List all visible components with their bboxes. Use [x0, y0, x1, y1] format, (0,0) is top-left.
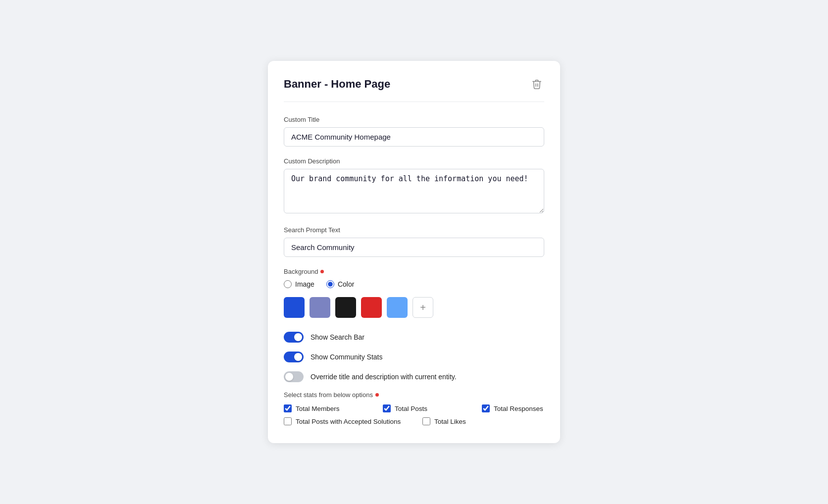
plus-icon: +: [420, 302, 426, 313]
toggle-slider-search: [284, 332, 304, 343]
search-prompt-group: Search Prompt Text: [284, 226, 544, 257]
bg-color-option[interactable]: Color: [326, 280, 354, 288]
background-group: Background Image Color +: [284, 268, 544, 318]
add-color-button[interactable]: +: [413, 297, 433, 318]
total-posts-checkbox[interactable]: [383, 404, 391, 412]
stats-row-1: Total Members Total Posts Total Response…: [284, 404, 544, 412]
bg-image-radio[interactable]: [284, 280, 292, 288]
total-likes-option[interactable]: Total Likes: [422, 417, 521, 425]
background-radio-group: Image Color: [284, 280, 544, 288]
bg-image-label: Image: [295, 280, 314, 288]
total-responses-option[interactable]: Total Responses: [482, 404, 581, 412]
stats-section: Select stats from below options Total Me…: [284, 391, 544, 425]
search-prompt-input[interactable]: [284, 238, 544, 257]
bg-color-label: Color: [338, 280, 354, 288]
trash-icon: [531, 79, 542, 90]
banner-home-page-card: Banner - Home Page Custom Title Custom D…: [268, 61, 560, 443]
delete-button[interactable]: [529, 77, 544, 92]
total-posts-label: Total Posts: [395, 405, 427, 412]
toggle-slider-override: [284, 371, 304, 382]
swatch-sky-blue[interactable]: [387, 297, 408, 318]
total-posts-option[interactable]: Total Posts: [383, 404, 482, 412]
show-community-stats-toggle[interactable]: [284, 352, 304, 362]
custom-title-label: Custom Title: [284, 116, 544, 123]
stats-required-indicator: [375, 393, 379, 397]
required-indicator: [320, 270, 324, 273]
swatch-slate-blue[interactable]: [310, 297, 330, 318]
total-accepted-solutions-label: Total Posts with Accepted Solutions: [296, 418, 401, 425]
card-header: Banner - Home Page: [284, 77, 544, 102]
custom-description-label: Custom Description: [284, 157, 544, 165]
stats-options-grid: Total Members Total Posts Total Response…: [284, 404, 544, 425]
show-search-bar-label: Show Search Bar: [310, 333, 364, 341]
color-swatches-container: +: [284, 297, 544, 318]
bg-color-radio[interactable]: [326, 280, 334, 288]
override-title-label: Override title and description with curr…: [310, 373, 457, 381]
show-community-stats-label: Show Community Stats: [310, 353, 383, 361]
show-search-bar-toggle[interactable]: [284, 332, 304, 343]
total-members-checkbox[interactable]: [284, 404, 292, 412]
swatch-blue[interactable]: [284, 297, 305, 318]
bg-image-option[interactable]: Image: [284, 280, 314, 288]
total-likes-label: Total Likes: [434, 418, 466, 425]
toggle-slider-stats: [284, 352, 304, 362]
search-prompt-label: Search Prompt Text: [284, 226, 544, 234]
custom-description-input[interactable]: Our brand community for all the informat…: [284, 169, 544, 213]
show-community-stats-row: Show Community Stats: [284, 352, 544, 362]
show-search-bar-row: Show Search Bar: [284, 332, 544, 343]
swatch-red[interactable]: [361, 297, 382, 318]
total-members-option[interactable]: Total Members: [284, 404, 383, 412]
override-title-toggle[interactable]: [284, 371, 304, 382]
custom-title-input[interactable]: [284, 127, 544, 147]
swatch-black[interactable]: [335, 297, 356, 318]
total-accepted-solutions-option[interactable]: Total Posts with Accepted Solutions: [284, 417, 422, 425]
stats-row-2: Total Posts with Accepted Solutions Tota…: [284, 417, 544, 425]
total-accepted-solutions-checkbox[interactable]: [284, 417, 292, 425]
custom-description-group: Custom Description Our brand community f…: [284, 157, 544, 215]
stats-section-label: Select stats from below options: [284, 391, 544, 399]
custom-title-group: Custom Title: [284, 116, 544, 147]
card-title: Banner - Home Page: [284, 78, 390, 91]
background-label: Background: [284, 268, 544, 275]
total-responses-checkbox[interactable]: [482, 404, 490, 412]
override-title-row: Override title and description with curr…: [284, 371, 544, 382]
total-members-label: Total Members: [296, 405, 340, 412]
total-likes-checkbox[interactable]: [422, 417, 430, 425]
total-responses-label: Total Responses: [494, 405, 543, 412]
